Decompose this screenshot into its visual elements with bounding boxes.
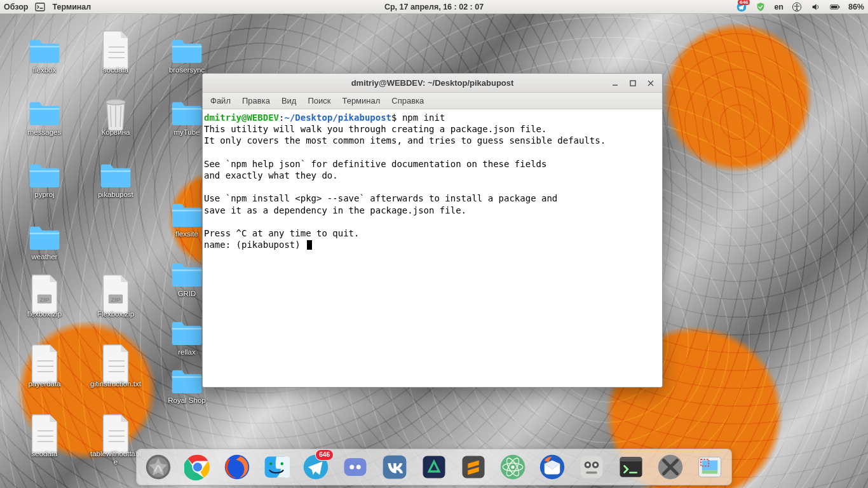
telegram-tray-icon[interactable]: 646 xyxy=(736,1,747,13)
menu-search[interactable]: Поиск xyxy=(308,96,330,105)
dock-launcher[interactable] xyxy=(143,452,173,482)
terminal-output-line: Use `npm install <pkg> --save` afterward… xyxy=(204,193,557,203)
folder-icon xyxy=(169,261,205,288)
desktop-icon-label: GRID xyxy=(178,290,196,298)
minimize-button[interactable] xyxy=(607,77,623,90)
desktop-icon-brosersync[interactable]: brosersync xyxy=(160,37,214,74)
folder-icon xyxy=(169,37,205,65)
svg-rect-64 xyxy=(702,470,718,473)
desktop-icon-label: seodata xyxy=(32,450,58,458)
menu-help[interactable]: Справка xyxy=(391,96,424,105)
dock-atom[interactable] xyxy=(498,452,528,482)
svg-rect-5 xyxy=(839,6,839,8)
menu-view[interactable]: Вид xyxy=(281,96,297,105)
desktop-icon-label: Flexbox.zip xyxy=(97,310,134,318)
svg-point-42 xyxy=(349,465,354,470)
keyboard-layout-indicator[interactable]: en xyxy=(774,3,783,11)
terminal-output-line: It only covers the most common items, an… xyxy=(204,135,606,146)
svg-rect-0 xyxy=(36,3,44,11)
svg-point-56 xyxy=(587,463,589,466)
trash-icon xyxy=(98,99,133,127)
dock-screenshot[interactable] xyxy=(695,452,725,482)
terminal-body[interactable]: dmitriy@WEBDEV:~/Desktop/pikabupost$ npm… xyxy=(203,109,662,387)
svg-rect-63 xyxy=(702,461,718,471)
file-icon xyxy=(98,351,133,379)
folder-icon xyxy=(27,161,62,189)
desktop-icon-weather[interactable]: weather xyxy=(18,224,71,261)
zip-icon: ZIP xyxy=(98,281,133,309)
folder-icon xyxy=(169,367,205,395)
dock-thunderbird[interactable] xyxy=(537,452,567,482)
desktop-icon-flexbox-zip[interactable]: ZIPflexbox.zip xyxy=(18,281,71,318)
dock-discord[interactable] xyxy=(340,452,370,482)
svg-rect-46 xyxy=(463,456,485,478)
volume-icon[interactable] xyxy=(810,1,822,13)
desktop-icon--------[interactable]: Корвина xyxy=(89,99,142,137)
desktop-icon-flexbox-zip[interactable]: ZIPFlexbox.zip xyxy=(89,281,142,318)
svg-rect-30 xyxy=(630,81,635,86)
dock-tweaks[interactable] xyxy=(576,452,607,482)
battery-percent: 86% xyxy=(848,3,864,11)
desktop-icon-payerdata[interactable]: payerdata xyxy=(18,351,71,388)
dock-remmina[interactable] xyxy=(655,452,686,482)
terminal-cursor xyxy=(307,240,312,250)
svg-point-57 xyxy=(594,463,597,466)
terminal-output-line: save it as a dependency in the package.j… xyxy=(204,205,466,215)
desktop-icon-seodata[interactable]: seodata xyxy=(18,421,71,458)
desktop-icon-tablewithouttable[interactable]: tablewithouttable xyxy=(89,421,142,466)
dock-chrome[interactable] xyxy=(182,452,213,482)
terminal-output-line: and exactly what they do. xyxy=(204,170,338,180)
desktop-icon-label: socdata xyxy=(103,66,128,74)
svg-point-39 xyxy=(281,463,283,465)
desktop-icon-flexbox[interactable]: flexbox xyxy=(18,37,71,74)
dock-sublime[interactable] xyxy=(458,452,489,482)
dock-vk[interactable] xyxy=(379,452,410,482)
folder-icon xyxy=(27,37,62,65)
svg-point-38 xyxy=(269,463,272,465)
terminal-app-icon[interactable] xyxy=(34,1,46,13)
svg-rect-6 xyxy=(831,6,837,8)
folder-icon xyxy=(98,161,133,189)
svg-text:ZIP: ZIP xyxy=(39,296,50,303)
desktop-icon-label: brosersync xyxy=(169,66,205,74)
desktop-icon-socdata[interactable]: socdata xyxy=(89,37,142,74)
folder-icon xyxy=(169,99,205,127)
desktop-icon-label: weather xyxy=(32,253,58,261)
dock-telegram-badge: 646 xyxy=(315,449,334,461)
menu-terminal[interactable]: Терминал xyxy=(342,96,380,105)
dock-telegram[interactable]: 646 xyxy=(301,452,331,482)
dock-terminal[interactable] xyxy=(616,452,646,482)
maximize-button[interactable] xyxy=(625,77,641,90)
accessibility-icon[interactable] xyxy=(791,1,803,13)
menu-file[interactable]: Файл xyxy=(210,96,231,105)
desktop-icon-pyproj[interactable]: pyproj xyxy=(18,161,71,199)
clock[interactable]: Ср, 17 апреля, 16 : 02 : 07 xyxy=(384,3,484,11)
terminal-output-line: This utility will walk you through creat… xyxy=(204,124,546,134)
folder-icon xyxy=(27,224,62,252)
desktop-icon-label: flexsite xyxy=(175,230,198,238)
close-button[interactable] xyxy=(643,77,658,90)
svg-text:ZIP: ZIP xyxy=(111,296,121,303)
desktop-icon-gitinstruction-txt[interactable]: gitinstruction.txt xyxy=(89,351,142,388)
desktop-icon-label: Royal Shop xyxy=(168,396,205,405)
zip-icon: ZIP xyxy=(27,281,62,309)
dock: 646 xyxy=(136,449,732,485)
terminal-titlebar[interactable]: dmitriy@WEBDEV: ~/Desktop/pikabupost xyxy=(203,74,662,93)
dock-avocode[interactable] xyxy=(419,452,449,482)
file-icon xyxy=(27,421,62,449)
shield-icon[interactable] xyxy=(755,1,766,13)
menu-edit[interactable]: Правка xyxy=(242,96,270,105)
desktop-icon-label: messages xyxy=(28,128,61,137)
active-app-name[interactable]: Терминал xyxy=(52,3,91,11)
desktop-icon-pikabupost[interactable]: pikabupost xyxy=(89,161,142,199)
battery-icon[interactable] xyxy=(829,1,841,13)
desktop-icon-label: rellax xyxy=(178,348,195,356)
terminal-window: dmitriy@WEBDEV: ~/Desktop/pikabupost Фай… xyxy=(202,73,663,388)
dock-firefox[interactable] xyxy=(222,452,252,482)
desktop-icon-messages[interactable]: messages xyxy=(18,99,71,137)
overview-button[interactable]: Обзор xyxy=(4,3,28,11)
file-icon xyxy=(98,37,133,65)
terminal-menubar: Файл Правка Вид Поиск Терминал Справка xyxy=(203,93,662,109)
dock-finder[interactable] xyxy=(261,452,292,482)
svg-rect-58 xyxy=(586,471,597,474)
